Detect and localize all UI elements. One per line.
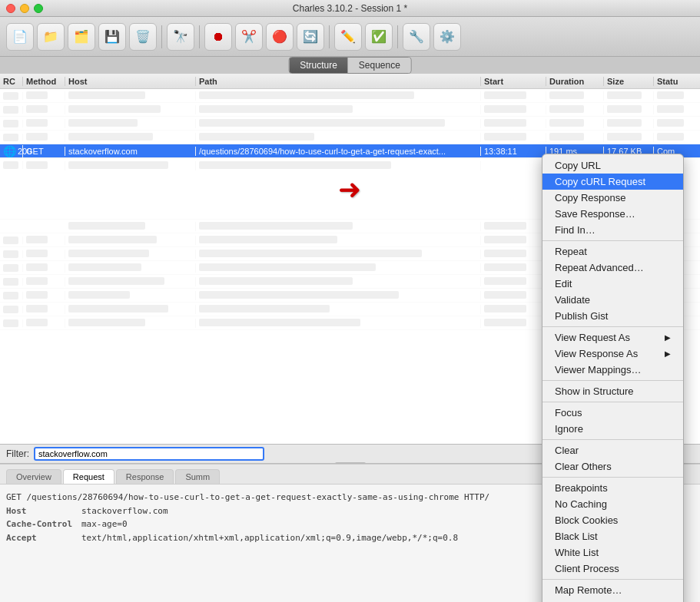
window-title: Charles 3.10.2 - Session 1 * xyxy=(293,3,407,14)
cell-path: /questions/28760694/how-to-use-curl-to-g… xyxy=(196,147,481,156)
sequence-view-button[interactable]: Sequence xyxy=(348,58,411,73)
tab-response[interactable]: Response xyxy=(116,469,174,484)
menu-validate[interactable]: Validate xyxy=(542,292,683,308)
menu-publish-gist[interactable]: Publish Gist xyxy=(542,308,683,324)
col-duration: Duration xyxy=(546,77,604,86)
col-rc: RC xyxy=(0,77,23,86)
cache-control-value: max-age=0 xyxy=(81,518,128,531)
throttle-button[interactable]: 🔴 xyxy=(266,23,294,51)
menu-white-list[interactable]: White List xyxy=(542,544,683,561)
menu-find-in[interactable]: Find In… xyxy=(542,222,683,238)
check-button[interactable]: ✅ xyxy=(365,23,393,51)
table-row[interactable] xyxy=(0,131,700,144)
cell-start: 13:38:11 xyxy=(481,147,546,156)
filter-label: Filter: xyxy=(6,448,29,459)
menu-map-remote[interactable]: Map Remote… xyxy=(542,582,683,598)
col-host: Host xyxy=(65,77,196,86)
settings-button[interactable]: 🔧 xyxy=(403,23,430,51)
menu-no-caching[interactable]: No Caching xyxy=(542,496,683,512)
context-menu: Copy URL Copy cURL Request Copy Response… xyxy=(542,154,684,602)
col-path: Path xyxy=(196,77,481,86)
menu-clear[interactable]: Clear xyxy=(542,442,683,458)
col-status: Statu xyxy=(654,77,700,86)
menu-black-list[interactable]: Black List xyxy=(542,528,683,544)
tab-request[interactable]: Request xyxy=(63,469,114,484)
separator-1 xyxy=(161,25,162,48)
col-start: Start xyxy=(481,77,546,86)
cache-control-key: Cache-Control xyxy=(6,518,75,531)
table-header: RC Method Host Path Start Duration Size … xyxy=(0,74,700,89)
menu-focus[interactable]: Focus xyxy=(542,405,683,421)
accept-value: text/html,application/xhtml+xml,applicat… xyxy=(81,531,458,545)
separator-3 xyxy=(329,25,330,48)
separator xyxy=(542,477,683,478)
menu-block-cookies[interactable]: Block Cookies xyxy=(542,512,683,528)
separator xyxy=(542,579,683,580)
separator xyxy=(542,240,683,241)
menu-show-in-structure[interactable]: Show in Structure xyxy=(542,383,683,399)
close-button[interactable]: 🗂️ xyxy=(68,23,95,51)
traffic-lights xyxy=(6,4,43,13)
accept-key: Accept xyxy=(6,531,75,545)
menu-map-local[interactable]: Map Local… xyxy=(542,598,683,602)
table-row[interactable] xyxy=(0,89,700,103)
table-row[interactable] xyxy=(0,117,700,131)
new-session-button[interactable]: 📄 xyxy=(6,23,34,51)
menu-repeat[interactable]: Repeat xyxy=(542,243,683,260)
structure-view-button[interactable]: Structure xyxy=(289,58,348,73)
menu-copy-response[interactable]: Copy Response xyxy=(542,190,683,206)
cell-method: GET xyxy=(23,147,65,156)
tab-overview[interactable]: Overview xyxy=(6,469,61,484)
col-method: Method xyxy=(23,77,65,86)
view-toggle: Structure Sequence xyxy=(288,57,412,74)
separator xyxy=(542,326,683,327)
request-line-text: GET /questions/28760694/how-to-use-curl-… xyxy=(6,491,489,504)
table-row[interactable] xyxy=(0,103,700,117)
open-button[interactable]: 📁 xyxy=(37,23,65,51)
menu-copy-url[interactable]: Copy URL xyxy=(542,157,683,174)
menu-viewer-mappings[interactable]: Viewer Mappings… xyxy=(542,362,683,378)
edit-button[interactable]: ✏️ xyxy=(334,23,362,51)
menu-view-response-as[interactable]: View Response As ▶ xyxy=(542,346,683,362)
toolbar: 📄 📁 🗂️ 💾 🗑️ 🔭 ⏺ ✂️ 🔴 🔄 ✏️ ✅ 🔧 ⚙️ xyxy=(0,17,700,57)
host-key: Host xyxy=(6,504,75,518)
maximize-button[interactable] xyxy=(34,4,43,13)
search-button[interactable]: 🔭 xyxy=(167,23,194,51)
menu-edit[interactable]: Edit xyxy=(542,276,683,292)
record-button[interactable]: ⏺ xyxy=(204,23,232,51)
separator xyxy=(542,402,683,402)
cell-host: stackoverflow.com xyxy=(65,147,196,156)
col-size: Size xyxy=(604,77,654,86)
separator-4 xyxy=(397,25,398,48)
filter-input[interactable] xyxy=(34,447,264,461)
menu-save-response[interactable]: Save Response… xyxy=(542,206,683,222)
host-value: stackoverflow.com xyxy=(81,504,168,518)
menu-client-process[interactable]: Client Process xyxy=(542,561,683,577)
separator-2 xyxy=(199,25,200,48)
menu-view-request-as[interactable]: View Request As ▶ xyxy=(542,329,683,346)
separator xyxy=(542,439,683,440)
menu-clear-others[interactable]: Clear Others xyxy=(542,458,683,475)
save-button[interactable]: 💾 xyxy=(98,23,126,51)
menu-ignore[interactable]: Ignore xyxy=(542,421,683,437)
close-button[interactable] xyxy=(6,4,15,13)
prefs-button[interactable]: ⚙️ xyxy=(433,23,461,51)
menu-breakpoints[interactable]: Breakpoints xyxy=(542,480,683,496)
separator xyxy=(542,380,683,381)
minimize-button[interactable] xyxy=(20,4,29,13)
menu-copy-curl[interactable]: Copy cURL Request xyxy=(542,174,683,190)
import-button[interactable]: 🗑️ xyxy=(129,23,157,51)
menu-repeat-advanced[interactable]: Repeat Advanced… xyxy=(542,260,683,276)
title-bar: Charles 3.10.2 - Session 1 * xyxy=(0,0,700,17)
tools-button[interactable]: ✂️ xyxy=(235,23,263,51)
refresh-button[interactable]: 🔄 xyxy=(297,23,324,51)
submenu-arrow: ▶ xyxy=(665,333,671,342)
cell-rc: 🌐 200 xyxy=(0,145,23,157)
tab-summary[interactable]: Summ xyxy=(175,469,220,484)
submenu-arrow: ▶ xyxy=(665,349,671,358)
